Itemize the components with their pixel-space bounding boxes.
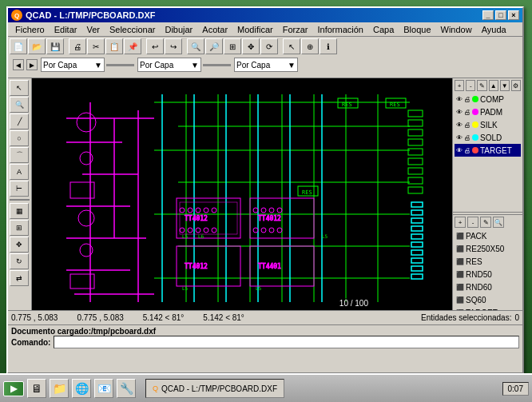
zoom-out-button[interactable]: 🔎 <box>205 38 223 54</box>
layer-entry-comp[interactable]: 👁 🖨 COMP <box>455 93 521 105</box>
redo-button[interactable]: ↪ <box>165 38 182 54</box>
menu-editar[interactable]: Editar <box>50 24 81 35</box>
copy-button[interactable]: 📋 <box>105 38 123 54</box>
taskbar-app-button[interactable]: Q QCAD - L:/TMP/PCBOARD.DXF <box>145 379 284 398</box>
close-button[interactable]: × <box>508 10 519 20</box>
menu-dibujar[interactable]: Dibujar <box>161 24 197 35</box>
svg-rect-84 <box>411 250 423 255</box>
pcb-canvas[interactable]: TT4012 TT4012 TT4012 TT4401 <box>32 78 452 310</box>
taskbar-icon-3[interactable]: 🌐 <box>72 379 91 398</box>
text-tool[interactable]: A <box>10 164 29 180</box>
layer-dot-comp <box>472 96 478 102</box>
app-title: QCAD - L:/TMP/PCBOARD.DXF <box>26 10 156 20</box>
layer-eye-silk: 👁 <box>456 121 463 129</box>
maximize-button[interactable]: □ <box>495 10 506 20</box>
menu-bar: Fichero Editar Ver Seleccionar Dibujar A… <box>8 22 522 37</box>
layer-combo-2[interactable]: Por Capa▼ <box>137 58 201 72</box>
layer-entry-silk[interactable]: 👁 🖨 SILK <box>455 118 521 131</box>
doc-label: Documento cargado:/tmp/pcboard.dxf <box>11 327 156 336</box>
svg-text:RES: RES <box>390 101 400 108</box>
toolbar-divider <box>10 199 30 201</box>
layer-entry-sold[interactable]: 👁 🖨 SOLD <box>455 131 521 144</box>
zoom-in-button[interactable]: 🔍 <box>187 38 204 54</box>
properties-button[interactable]: ℹ <box>320 38 337 54</box>
select-button[interactable]: ↖ <box>283 38 300 54</box>
taskbar-icon-4[interactable]: 📧 <box>94 379 113 398</box>
menu-capa[interactable]: Capa <box>369 24 398 35</box>
svg-point-41 <box>196 208 200 213</box>
menu-forzar[interactable]: Forzar <box>279 24 312 35</box>
svg-rect-86 <box>411 266 423 271</box>
snap-button[interactable]: ⊕ <box>301 38 319 54</box>
layer-del-button[interactable]: - <box>466 80 475 91</box>
menu-window[interactable]: Window <box>437 24 476 35</box>
move-tool[interactable]: ✥ <box>10 237 29 253</box>
coord-2: 0.775 , 5.083 <box>77 313 123 322</box>
comp-entry-target2[interactable]: ⬛ TARGET <box>455 306 521 310</box>
comp-entry-sq60[interactable]: ⬛ SQ60 <box>455 293 521 306</box>
layer-add-button[interactable]: + <box>455 80 464 91</box>
comp-entry-re250[interactable]: ⬛ RE250X50 <box>455 242 521 255</box>
svg-rect-74 <box>408 158 423 165</box>
mirror-tool[interactable]: ⇄ <box>10 270 29 286</box>
layer-entry-target[interactable]: 👁 🖨 TARGET <box>455 144 521 157</box>
comp-add-button[interactable]: + <box>455 217 466 228</box>
arc-tool[interactable]: ⌒ <box>10 147 29 163</box>
layer-edit-button[interactable]: ✎ <box>477 80 486 91</box>
start-button[interactable]: ▶ <box>3 381 24 396</box>
app-window: Q QCAD - L:/TMP/PCBOARD.DXF _ □ × Ficher… <box>6 6 524 374</box>
zoom-fit-button[interactable]: ⊞ <box>224 38 241 54</box>
layer-entry-padm[interactable]: 👁 🖨 PADM <box>455 105 521 118</box>
comp-entry-rnd50[interactable]: ⬛ RND50 <box>455 268 521 281</box>
zoom-tool[interactable]: 🔍 <box>10 97 29 113</box>
menu-fichero[interactable]: Fichero <box>11 24 49 35</box>
cmd-input[interactable] <box>54 336 519 348</box>
comp-entry-pack[interactable]: ⬛ PACK <box>455 229 521 242</box>
svg-text:L5: L5 <box>322 233 328 239</box>
layer-combo-1[interactable]: Por Capa▼ <box>41 58 105 72</box>
comp-search-button[interactable]: 🔍 <box>493 217 504 228</box>
print-button[interactable]: 🖨 <box>69 38 86 54</box>
taskbar-icon-1[interactable]: 🖥 <box>27 379 46 398</box>
nav-left-button[interactable]: ◄ <box>13 59 24 70</box>
block-tool[interactable]: ⊞ <box>10 220 29 236</box>
layer-config-button[interactable]: ⚙ <box>511 80 521 91</box>
comp-del-button[interactable]: - <box>467 217 478 228</box>
layer-dot-target <box>472 147 478 153</box>
select-tool[interactable]: ↖ <box>10 80 29 96</box>
layer-up-button[interactable]: ▲ <box>489 80 498 91</box>
coord-1: 0.775 , 5.083 <box>11 313 58 322</box>
title-bar-buttons: _ □ × <box>482 10 519 20</box>
undo-button[interactable]: ↩ <box>146 38 164 54</box>
comp-entry-res[interactable]: ⬛ RES <box>455 255 521 268</box>
layer-combo-3[interactable]: Por Capa▼ <box>234 58 298 72</box>
minimize-button[interactable]: _ <box>482 10 494 20</box>
menu-modificar[interactable]: Modificar <box>233 24 277 35</box>
taskbar-icon-5[interactable]: 🔧 <box>117 379 136 398</box>
menu-ayuda[interactable]: Ayuda <box>478 24 510 35</box>
paste-button[interactable]: 📌 <box>124 38 141 54</box>
menu-ver[interactable]: Ver <box>82 24 104 35</box>
hatch-tool[interactable]: ▦ <box>10 203 29 219</box>
coord-3: 5.142 < 81° <box>143 313 185 322</box>
menu-informacion[interactable]: Información <box>314 24 367 35</box>
open-button[interactable]: 📂 <box>28 38 46 54</box>
nav-right-button[interactable]: ► <box>26 59 38 70</box>
redraw-button[interactable]: ⟳ <box>260 38 278 54</box>
menu-acotar[interactable]: Acotar <box>198 24 232 35</box>
save-button[interactable]: 💾 <box>46 38 64 54</box>
comp-entry-rnd60[interactable]: ⬛ RND60 <box>455 281 521 293</box>
comp-edit-button[interactable]: ✎ <box>480 217 491 228</box>
new-button[interactable]: 📄 <box>10 38 27 54</box>
layer-down-button[interactable]: ▼ <box>500 80 510 91</box>
pan-button[interactable]: ✥ <box>242 38 260 54</box>
cut-button[interactable]: ✂ <box>87 38 105 54</box>
taskbar-icon-2[interactable]: 📁 <box>50 379 69 398</box>
entities-count: 0 <box>514 313 519 322</box>
menu-seleccionar[interactable]: Seleccionar <box>105 24 159 35</box>
line-tool[interactable]: ╱ <box>10 113 29 129</box>
menu-bloque[interactable]: Bloque <box>399 24 435 35</box>
rotate-tool[interactable]: ↻ <box>10 253 29 269</box>
dimension-tool[interactable]: ⊢ <box>10 181 29 197</box>
circle-tool[interactable]: ○ <box>10 130 29 146</box>
